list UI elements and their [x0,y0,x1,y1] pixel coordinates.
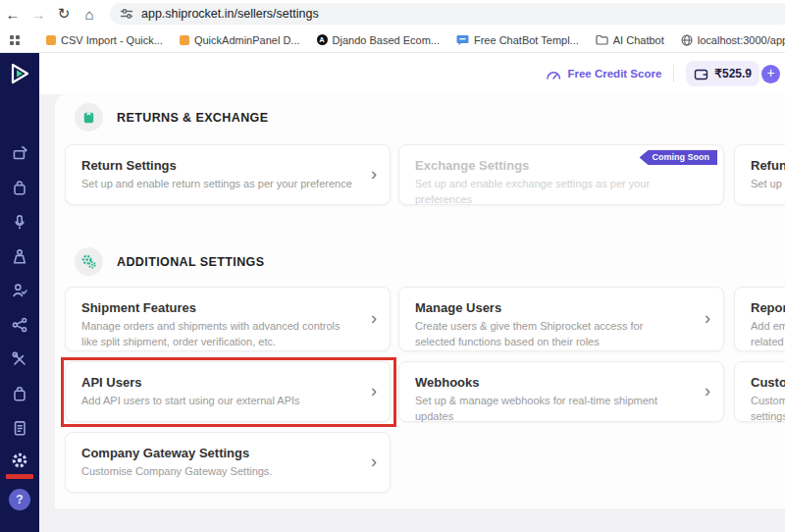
card-refund-settings[interactable]: Refund S Set up and [734,144,785,205]
bookmark-item[interactable]: Free ChatBot Templ... [456,34,579,46]
blue-chat-icon [456,34,469,46]
card-title: Company Gateway Settings [81,446,352,460]
card-title: Webhooks [415,375,686,390]
sidebar-item-weight-discrepancy[interactable] [10,246,29,266]
section-additional-settings: ADDITIONAL SETTINGS [75,247,264,276]
gears-section-icon [75,247,103,276]
reload-icon[interactable]: ↻ [51,5,77,23]
browser-window: ← → ↻ ⌂ app.shiprocket.in/sellers/settin… [0,0,785,532]
add-funds-button[interactable]: + [761,65,780,83]
sidebar-item-returns[interactable] [10,178,29,197]
home-icon[interactable]: ⌂ [77,6,102,23]
card-desc: Set up & manage webhooks for real-time s… [415,394,686,425]
credit-gauge-icon [546,68,561,80]
card-title: API Users [81,375,352,390]
bookmark-label: localhost:3000/apps... [698,34,785,46]
site-settings-icon[interactable] [120,7,133,21]
chevron-right-icon: › [371,452,377,472]
divider [673,65,674,82]
card-company-gateway-settings[interactable]: Company Gateway Settings Customise Compa… [65,432,391,493]
card-shipment-features[interactable]: Shipment Features Manage orders and ship… [65,287,391,351]
shiprocket-logo-icon[interactable] [7,61,32,86]
card-desc: Manage orders and shipments with advance… [81,319,352,350]
page-header: Free Credit Score ₹525.9 + [39,53,785,94]
card-desc: Customise [751,394,785,409]
orange-square-icon [180,35,189,45]
bookmark-label: Free ChatBot Templ... [474,34,579,46]
credit-score-label: Free Credit Score [567,68,661,80]
card-return-settings[interactable]: Return Settings Set up and enable return… [65,144,391,205]
sidebar-item-tools[interactable] [10,349,29,369]
chevron-right-icon: › [371,164,377,185]
card-desc: related con [751,335,785,350]
card-title: Reports [751,300,785,315]
bookmark-item[interactable]: localhost:3000/apps... [681,34,785,46]
section-returns-exchange: RETURNS & EXCHANGE [75,103,268,132]
url-text: app.shiprocket.in/sellers/settings [141,7,319,21]
card-desc: Set up and enable return settings as per… [81,177,352,192]
black-circle-a-icon: A [317,34,328,45]
section-title: ADDITIONAL SETTINGS [117,255,264,269]
card-title: Refund S [751,158,785,173]
browser-nav-bar: ← → ↻ ⌂ app.shiprocket.in/sellers/settin… [0,0,785,27]
bookmark-item[interactable]: A Djando Based Ecom... [317,34,440,46]
bookmark-label: Djando Based Ecom... [333,34,440,46]
card-webhooks[interactable]: Webhooks Set up & manage webhooks for re… [398,361,724,422]
card-exchange-settings[interactable]: Exchange Settings Set up and enable exch… [398,144,724,205]
bookmark-label: QuickAdminPanel D... [194,34,300,46]
help-icon[interactable]: ? [9,489,30,510]
sidebar-item-billing-documents[interactable] [10,418,29,438]
app-sidebar: ? [0,53,39,532]
card-desc: Add email [751,319,785,335]
coming-soon-badge: Coming Soon [640,150,718,165]
forward-icon[interactable]: → [26,6,51,23]
chevron-right-icon: › [705,308,710,329]
bookmarks-bar: CSV Import - Quick... QuickAdminPanel D.… [0,27,785,53]
bookmark-item[interactable]: AI Chatbot [596,34,664,46]
annotation-red-underline [6,474,33,479]
chevron-right-icon: › [371,381,377,401]
bookmark-item[interactable]: QuickAdminPanel D... [180,34,300,46]
orange-square-icon [46,35,56,45]
card-title: Manage Users [415,300,686,315]
wallet-icon [694,68,708,80]
back-icon[interactable]: ← [0,6,26,23]
card-api-users[interactable]: API Users Add API users to start using o… [65,361,391,422]
globe-icon [681,34,693,46]
sidebar-item-integrations[interactable] [10,315,29,335]
wallet-balance[interactable]: ₹525.9 [686,61,759,86]
returns-section-icon [75,103,103,132]
card-reports[interactable]: Reports Add email related con [734,287,785,351]
card-desc: settings. [751,409,785,425]
card-desc: Set up and enable exchange settings as p… [415,177,686,208]
card-desc: Set up and [751,177,785,192]
bookmark-item[interactable]: CSV Import - Quick... [46,34,163,46]
bookmark-label: CSV Import - Quick... [61,34,163,46]
card-manage-users[interactable]: Manage Users Create users & give them Sh… [398,287,724,351]
card-title: Customis [751,375,785,390]
chevron-right-icon: › [371,308,377,329]
apps-grid-icon[interactable] [10,35,20,45]
card-title: Return Settings [81,158,352,173]
folder-icon [596,34,608,45]
card-desc: Add API users to start using our externa… [81,394,352,409]
sidebar-item-megaphone[interactable] [10,212,29,232]
free-credit-score-button[interactable]: Free Credit Score [546,68,661,80]
bookmark-label: AI Chatbot [613,34,664,46]
section-title: RETURNS & EXCHANGE [117,111,268,125]
chevron-right-icon: › [705,381,710,401]
sidebar-item-buyer-experience[interactable] [10,281,29,300]
card-customise[interactable]: Customis Customise settings. [734,361,785,422]
card-desc: Create users & give them Shiprocket acce… [415,319,686,350]
address-bar[interactable]: app.shiprocket.in/sellers/settings [110,3,785,25]
card-title: Shipment Features [81,300,352,315]
sidebar-item-settings[interactable] [10,451,29,470]
sidebar-item-products[interactable] [10,384,29,403]
wallet-amount: ₹525.9 [714,67,752,80]
sidebar-item-shipments[interactable] [10,143,29,163]
card-desc: Customise Company Gateway Settings. [81,464,352,480]
